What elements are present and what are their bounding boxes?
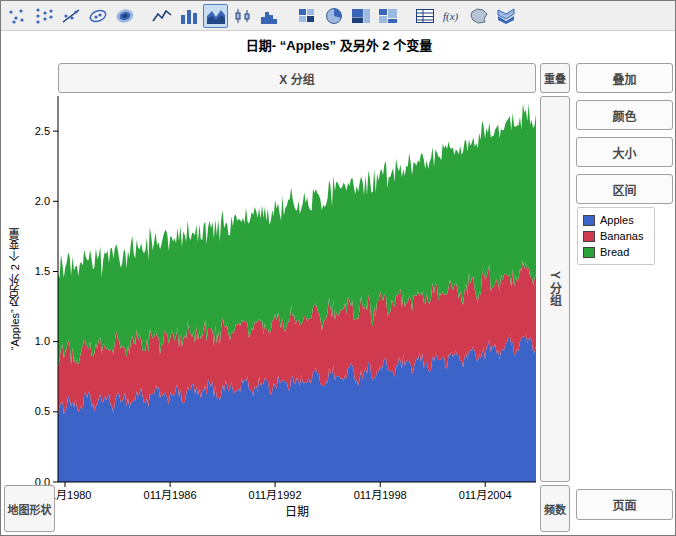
histogram-icon[interactable] bbox=[257, 4, 282, 28]
page-title: 日期- “Apples” 及另外 2 个变量 bbox=[1, 35, 676, 53]
caption-box-icon[interactable] bbox=[412, 4, 437, 28]
stacked-area-chart[interactable]: 0.00.51.01.52.02.5011月1980011月1986011月19… bbox=[1, 61, 561, 511]
box-plot-icon[interactable] bbox=[230, 4, 255, 28]
page-button[interactable]: 页面 bbox=[576, 489, 673, 520]
legend-item-apples[interactable]: Apples bbox=[583, 212, 649, 228]
formula-icon[interactable]: f(x) bbox=[439, 4, 464, 28]
svg-text:0.5: 0.5 bbox=[35, 405, 50, 417]
color-button-label: 颜色 bbox=[612, 107, 636, 124]
legend-label: Apples bbox=[600, 214, 634, 226]
map-shape-icon[interactable] bbox=[466, 4, 491, 28]
points-icon[interactable] bbox=[31, 4, 56, 28]
parallel-plot-icon[interactable] bbox=[493, 4, 518, 28]
line-chart-icon[interactable] bbox=[149, 4, 174, 28]
drop-zone-overlay-label: 重叠 bbox=[544, 70, 566, 86]
drop-zone-x-group-label: X 分组 bbox=[279, 70, 314, 87]
color-button[interactable]: 颜色 bbox=[576, 100, 673, 130]
mosaic-icon[interactable] bbox=[375, 4, 400, 28]
overlay-button-label: 叠加 bbox=[612, 70, 636, 87]
svg-text:f(x): f(x) bbox=[443, 10, 459, 23]
apples-swatch bbox=[583, 215, 595, 226]
svg-text:011月2004: 011月2004 bbox=[459, 489, 512, 501]
area-chart-icon[interactable] bbox=[203, 4, 228, 28]
legend: Apples Bananas Bread bbox=[577, 207, 655, 265]
x-axis-title: 日期 bbox=[58, 502, 536, 519]
drop-zone-y-group-label: Y 分组 bbox=[547, 271, 564, 306]
svg-text:2.5: 2.5 bbox=[35, 125, 50, 137]
density-ellipse-icon[interactable] bbox=[85, 4, 110, 28]
line-of-fit-icon[interactable] bbox=[58, 4, 83, 28]
svg-text:2.0: 2.0 bbox=[35, 195, 50, 207]
interval-button-label: 区间 bbox=[612, 181, 636, 198]
graph-builder-window: f(x) 日期- “Apples” 及另外 2 个变量 0.00.51.01.5… bbox=[0, 0, 676, 536]
legend-label: Bread bbox=[600, 246, 629, 258]
drop-zone-overlay[interactable]: 重叠 bbox=[540, 63, 570, 93]
svg-text:1.0: 1.0 bbox=[35, 335, 50, 347]
bananas-swatch bbox=[583, 231, 595, 242]
svg-text:011月1986: 011月1986 bbox=[144, 489, 197, 501]
svg-text:011月1992: 011月1992 bbox=[249, 489, 302, 501]
chart-type-toolbar: f(x) bbox=[1, 1, 676, 31]
drop-zone-map-shape[interactable]: 地图形状 bbox=[4, 485, 55, 532]
drop-zone-y-group[interactable]: Y 分组 bbox=[540, 96, 570, 482]
legend-item-bananas[interactable]: Bananas bbox=[583, 228, 649, 244]
bar-chart-icon[interactable] bbox=[176, 4, 201, 28]
overlay-button[interactable]: 叠加 bbox=[576, 63, 673, 93]
heatmap-icon[interactable] bbox=[294, 4, 319, 28]
drop-zone-x-group[interactable]: X 分组 bbox=[58, 63, 536, 93]
legend-label: Bananas bbox=[600, 230, 643, 242]
drop-zone-frequency[interactable]: 频数 bbox=[540, 485, 570, 532]
contour-icon[interactable] bbox=[112, 4, 137, 28]
treemap-icon[interactable] bbox=[348, 4, 373, 28]
page-button-label: 页面 bbox=[612, 496, 636, 513]
interval-button[interactable]: 区间 bbox=[576, 174, 673, 204]
legend-item-bread[interactable]: Bread bbox=[583, 244, 649, 260]
pie-chart-icon[interactable] bbox=[321, 4, 346, 28]
size-button-label: 大小 bbox=[612, 144, 636, 161]
svg-text:011月1998: 011月1998 bbox=[354, 489, 407, 501]
bread-swatch bbox=[583, 247, 595, 258]
drop-zone-frequency-label: 频数 bbox=[544, 501, 566, 517]
size-button[interactable]: 大小 bbox=[576, 137, 673, 167]
y-axis-title: “Apples” 及另外 2 个变量 bbox=[7, 96, 23, 482]
svg-text:1.5: 1.5 bbox=[35, 265, 50, 277]
scatter-icon[interactable] bbox=[4, 4, 29, 28]
drop-zone-map-shape-label: 地图形状 bbox=[8, 501, 52, 517]
